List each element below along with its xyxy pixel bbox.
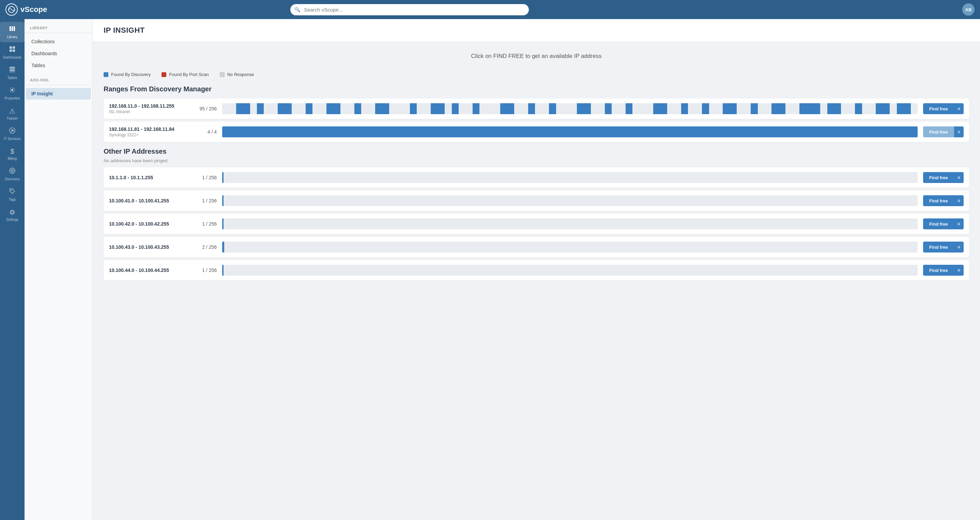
row-menu-button[interactable]: ≡ (954, 126, 964, 137)
legend-port-scan-label: Found By Port Scan (169, 72, 208, 77)
search-input[interactable] (290, 4, 529, 15)
library-icon (9, 25, 16, 34)
find-free-button[interactable]: Find free (923, 265, 954, 276)
svg-point-17 (12, 170, 13, 172)
bar-container (222, 195, 918, 206)
sidebar-item-dashboards[interactable]: Dashboards (0, 42, 24, 63)
ip-count: 2 / 256 (196, 244, 217, 250)
ip-range: 10.100.41.0 - 10.100.41.255 (109, 198, 191, 204)
sidebar-item-dashboards-nav[interactable]: Dashboards (26, 48, 91, 59)
page-title: IP INSIGHT (103, 26, 969, 35)
legend-discovery: Found By Discovery (103, 72, 151, 77)
ip-count: 4 / 4 (196, 129, 217, 135)
ip-count: 1 / 256 (196, 221, 217, 227)
billing-icon: $ (10, 148, 14, 155)
row-menu-button[interactable]: ≡ (954, 218, 964, 229)
other-subtitle: No addresses have been pinged (103, 158, 969, 163)
ip-info: 10.100.44.0 - 10.100.44.255 (109, 267, 191, 273)
row-menu-button[interactable]: ≡ (954, 242, 964, 253)
logo: vScope (5, 3, 73, 16)
sidebar-item-tables[interactable]: Tables (0, 63, 24, 83)
ip-info: 10.100.41.0 - 10.100.41.255 (109, 198, 191, 204)
page-header: IP INSIGHT (93, 19, 980, 42)
legend-no-response-dot (220, 72, 224, 77)
library-divider (24, 33, 92, 33)
ip-info: 192.168.11.81 - 192.168.11.84 Synology 1… (109, 126, 191, 137)
svg-rect-10 (10, 70, 15, 71)
ip-range: 192.168.11.0 - 192.168.11.255 (109, 103, 191, 109)
svg-rect-9 (10, 68, 15, 70)
table-row: 10.100.41.0 - 10.100.41.255 1 / 256 Find… (103, 191, 969, 211)
ip-range: 10.100.44.0 - 10.100.44.255 (109, 267, 191, 273)
find-free-button[interactable]: Find free (923, 242, 954, 253)
ip-info: 10.1.1.0 - 10.1.1.255 (109, 175, 191, 180)
bar-container (222, 265, 918, 276)
bar-fill (222, 265, 224, 276)
find-free-btn-group: Find free ≡ (923, 218, 964, 229)
discovery-section-title: Ranges From Discovery Manager (103, 85, 969, 93)
row-menu-button[interactable]: ≡ (954, 265, 964, 276)
row-menu-button[interactable]: ≡ (954, 195, 964, 206)
sidebar-item-discovery[interactable]: Discovery (0, 164, 24, 184)
billing-label: Billing (8, 157, 17, 161)
ip-sublabel: ISL Intranet (109, 110, 191, 114)
bar-fill (222, 218, 224, 229)
svg-point-18 (11, 190, 12, 191)
sidebar-item-it-services[interactable]: IT Services (0, 124, 24, 144)
find-free-button[interactable]: Find free (923, 126, 954, 137)
tracker-icon: ⚠ (9, 107, 15, 115)
logo-icon (5, 3, 18, 16)
table-row: 192.168.11.81 - 192.168.11.84 Synology 1… (103, 122, 969, 142)
legend-no-response-label: No Response (227, 72, 254, 77)
ip-count: 1 / 256 (196, 198, 217, 204)
bar-fill (222, 172, 224, 183)
svg-rect-4 (10, 46, 12, 49)
sidebar-item-tables-nav[interactable]: Tables (26, 60, 91, 71)
sidebar-item-tags[interactable]: Tags (0, 184, 24, 205)
svg-rect-5 (13, 46, 15, 49)
tracker-label: Tracker (6, 116, 18, 120)
addons-divider (24, 85, 92, 85)
tags-label: Tags (8, 198, 16, 201)
find-free-button[interactable]: Find free (923, 103, 954, 114)
find-free-button[interactable]: Find free (923, 172, 954, 183)
tags-icon (9, 188, 16, 196)
sidebar-item-collections[interactable]: Collections (26, 36, 91, 48)
find-free-btn-group: Find free ≡ (923, 195, 964, 206)
legend-discovery-dot (103, 72, 108, 77)
sidebar-item-settings[interactable]: ⚙ Settings (0, 205, 24, 225)
bar-container (222, 242, 918, 253)
sidebar-item-tracker[interactable]: ⚠ Tracker (0, 103, 24, 124)
content-area: Click on FIND FREE to get an available I… (93, 42, 980, 291)
find-free-button[interactable]: Find free (923, 218, 954, 229)
find-free-btn-group: Find free ≡ (923, 172, 964, 183)
sidebar-item-ip-insight[interactable]: IP Insight (26, 88, 91, 100)
ip-info: 192.168.11.0 - 192.168.11.255 ISL Intran… (109, 103, 191, 114)
sidebar-item-billing[interactable]: $ Billing (0, 144, 24, 164)
find-free-btn-group: Find free ≡ (923, 126, 964, 137)
properties-label: Properties (5, 97, 20, 100)
find-free-btn-group: Find free ≡ (923, 242, 964, 253)
app-name: vScope (21, 5, 47, 14)
sidebar-item-library[interactable]: Library (0, 22, 24, 42)
icon-nav: Library Dashboards (0, 19, 24, 520)
library-label: Library (7, 35, 18, 39)
find-free-btn-group: Find free ≡ (923, 103, 964, 114)
row-menu-button[interactable]: ≡ (954, 172, 964, 183)
legend-no-response: No Response (220, 72, 254, 77)
addons-section-label: ADD-ONS (24, 77, 92, 85)
row-menu-button[interactable]: ≡ (954, 103, 964, 114)
other-section-title: Other IP Addresses (103, 148, 969, 155)
find-free-button[interactable]: Find free (923, 195, 954, 206)
find-free-btn-group: Find free ≡ (923, 265, 964, 276)
sidebar-item-properties[interactable]: Properties (0, 83, 24, 103)
bar-container (222, 126, 918, 137)
svg-rect-3 (14, 26, 15, 31)
top-nav: vScope AB (0, 0, 980, 19)
ip-count: 95 / 256 (196, 106, 217, 111)
ip-info: 10.100.43.0 - 10.100.43.255 (109, 244, 191, 250)
hint-text: Click on FIND FREE to get an available I… (103, 50, 969, 62)
search-bar (290, 4, 529, 15)
ip-info: 10.100.42.0 - 10.100.42.255 (109, 221, 191, 227)
user-avatar[interactable]: AB (962, 3, 975, 16)
